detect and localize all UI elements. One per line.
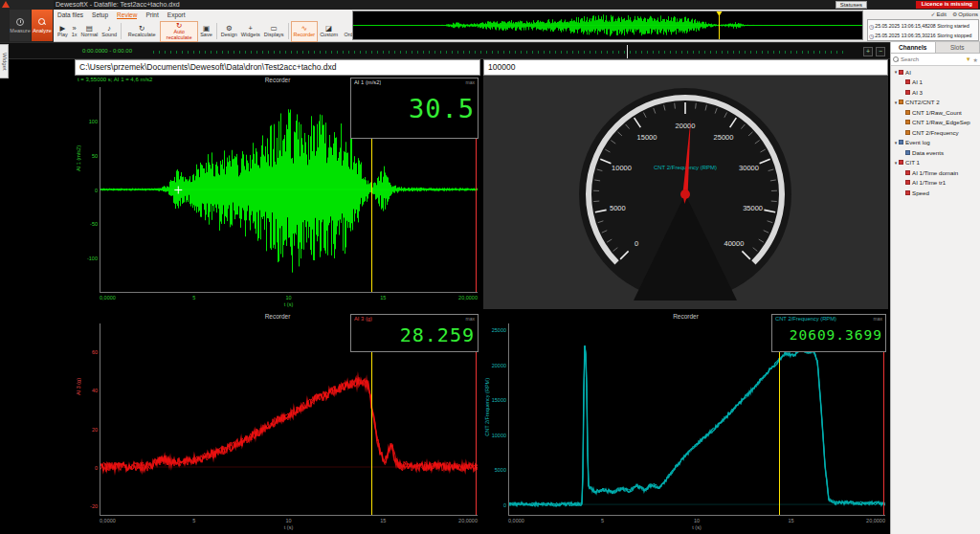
y-tick-label: -20 <box>90 503 98 509</box>
timeline-ticks[interactable] <box>153 51 846 54</box>
x-tick-label: 10 <box>285 518 291 523</box>
magnifier-icon <box>38 18 46 26</box>
x-tick-label: 5 <box>192 518 195 523</box>
favorites-icon[interactable]: ★ <box>973 56 978 63</box>
menu-tab-export[interactable]: Export <box>167 11 186 18</box>
channel-label: CNT2/CNT 2 <box>905 99 940 105</box>
toolbar-normal-button[interactable]: ▤Normal <box>79 21 100 42</box>
teal-recorder-canvas[interactable] <box>509 323 885 515</box>
svg-text:0: 0 <box>635 239 638 248</box>
gauge-header[interactable]: 100000 <box>483 59 888 76</box>
red-recorder-widget[interactable]: Recorder AI 3 (g) max 28.259 AI 3 (g) 60… <box>75 312 480 532</box>
search-input[interactable] <box>901 56 964 62</box>
mode-switch-area: Measure Analyze <box>0 0 54 42</box>
digital-meter-ai3[interactable]: AI 3 (g) max 28.259 <box>350 314 479 352</box>
edit-button[interactable]: ✓Edit <box>931 11 947 17</box>
y-tick-label: 20 <box>92 427 98 433</box>
channel-item-ai-3[interactable]: AI 3 <box>891 87 980 98</box>
measure-mode-button[interactable]: Measure <box>10 10 31 41</box>
licence-missing-badge[interactable]: Licence is missing <box>916 1 978 9</box>
toolbar-recorder-button[interactable]: ∿Recorder <box>291 21 319 42</box>
y-tick-label: 5000 <box>495 467 506 473</box>
digital-meter-ai1[interactable]: AI 1 (m/s2) max 30.5 <box>350 78 479 139</box>
red-recorder-canvas[interactable] <box>100 323 478 515</box>
menu-tab-print[interactable]: Print <box>145 11 158 18</box>
toolbar-sound-button[interactable]: ♪Sound <box>100 21 119 42</box>
clock-icon: ◷ <box>869 33 874 39</box>
panel-teal-recorder: Recorder CNT 2/Frequency (RPM) max 20609… <box>483 312 888 532</box>
channel-item-cnt-1-raw-count[interactable]: CNT 1/Raw_Count <box>891 107 980 118</box>
channel-label: AI 3 <box>912 89 923 96</box>
channel-icon <box>899 70 903 75</box>
channel-label: AI 1/Time domain <box>912 169 958 176</box>
channel-item-speed[interactable]: Speed <box>891 188 980 198</box>
y-axis-ticks: 6040200-20 <box>81 323 99 516</box>
channel-item-cnt2-cnt-2[interactable]: ▾CNT2/CNT 2 <box>891 98 980 108</box>
toolbar-displays-button[interactable]: ▭Displays <box>262 21 286 42</box>
toolbar-widgets-button[interactable]: +Widgets <box>239 21 262 42</box>
y-tick-label: 50 <box>92 153 98 159</box>
x-tick-label: 20,0000 <box>458 518 478 523</box>
x-tick-label: 5 <box>192 295 195 300</box>
channel-icon <box>905 180 910 185</box>
y-tick-label: 0 <box>503 502 506 508</box>
widget-side-tab[interactable]: Widget <box>0 44 9 78</box>
toolbar-label: Recalculate <box>125 33 158 38</box>
toolbar-label: Design <box>221 33 237 38</box>
file-path-header[interactable]: C:\Users\przemek\Documents\Dewesoft\Data… <box>75 59 480 76</box>
sidebar-tab-channels[interactable]: Channels <box>891 42 936 53</box>
overview-waveform-canvas[interactable] <box>353 11 862 39</box>
channel-icon <box>905 90 910 95</box>
overview-waveform[interactable] <box>352 11 863 40</box>
toolbar-label: Recorder <box>294 33 316 38</box>
toolbar-label: Displays <box>264 33 284 38</box>
channel-label: CNT 2/Frequency <box>912 129 959 136</box>
statuses-button[interactable]: Statuses <box>835 1 867 9</box>
timeline-cursor[interactable] <box>627 45 628 58</box>
analyze-mode-button[interactable]: Analyze <box>32 10 53 41</box>
channel-item-event-log[interactable]: ▾Event log <box>891 138 980 148</box>
svg-text:20000: 20000 <box>676 122 696 130</box>
toolbar-1x-button[interactable]: »1x <box>70 21 79 42</box>
channel-item-ai-1-time-tr1[interactable]: AI 1/Time tr1 <box>891 178 980 189</box>
menu-tab-setup[interactable]: Setup <box>92 11 108 18</box>
teal-plot-area[interactable] <box>508 323 885 516</box>
toolbar-label: Widgets <box>241 33 260 38</box>
analyze-label: Analyze <box>33 28 52 33</box>
svg-text:5000: 5000 <box>610 204 626 212</box>
toolbar-save-button[interactable]: ▣Save <box>198 21 214 42</box>
toolbar-play-button[interactable]: ▶Play <box>56 21 70 42</box>
channel-icon <box>905 79 910 84</box>
titlebar: DewesoftX - Datafile: Test2acc+tacho.dxd… <box>0 0 980 10</box>
green-recorder-widget[interactable]: Recorder t = 3,55000 s; AI 1 = 4,6 m/s2 … <box>75 76 480 309</box>
sidebar-tab-slots[interactable]: Slots <box>936 42 980 53</box>
menu-tab-review[interactable]: Review <box>117 11 137 19</box>
toolbar-recalculate-button[interactable]: ↻Recalculate <box>123 21 160 42</box>
teal-recorder-widget[interactable]: Recorder CNT 2/Frequency (RPM) max 20609… <box>483 312 888 532</box>
options-button[interactable]: ⚙Options <box>952 11 978 17</box>
toolbar-design-button[interactable]: ⚙Design <box>219 21 239 42</box>
gauge-widget[interactable]: 0500010000150002000025000300003500040000… <box>483 76 888 309</box>
channel-item-cnt-1-raw-edgesep[interactable]: CNT 1/Raw_EdgeSep <box>891 118 980 128</box>
channel-item-data-events[interactable]: Data events <box>891 147 980 158</box>
toolbar-auto-recalculate-button[interactable]: ↻Auto recalculate <box>160 21 198 42</box>
toolbar-custom-button[interactable]: ◪Custom <box>318 21 340 42</box>
x-tick-label: 20,0000 <box>866 518 885 523</box>
check-icon: ✓ <box>931 11 936 17</box>
channel-item-ai[interactable]: ▾AI <box>891 67 980 78</box>
digital-meter-cnt2[interactable]: CNT 2/Frequency (RPM) max 20609.3699 <box>771 314 886 352</box>
digital-value: 28.259 <box>354 322 475 348</box>
channel-item-cit-1[interactable]: ▾CIT 1 <box>891 158 980 168</box>
timeline-zoom-in-button[interactable]: + <box>863 47 873 56</box>
menu-tab-data-files[interactable]: Data files <box>57 11 83 18</box>
timeline-strip[interactable]: 0:00.0000 - 0:00.00 + − <box>0 42 890 59</box>
channel-item-ai-1[interactable]: AI 1 <box>891 78 980 88</box>
channel-item-ai-1-time-domain[interactable]: AI 1/Time domain <box>891 167 980 178</box>
filter-icon[interactable]: ▼ <box>966 56 971 62</box>
channel-item-cnt-2-frequency[interactable]: CNT 2/Frequency <box>891 127 980 138</box>
y-tick-label: 60 <box>92 349 98 355</box>
red-plot-area[interactable] <box>100 323 478 516</box>
timeline-zoom-out-button[interactable]: − <box>876 47 885 56</box>
toolbar-separator <box>288 23 289 39</box>
channel-label: AI 1 <box>912 78 923 85</box>
